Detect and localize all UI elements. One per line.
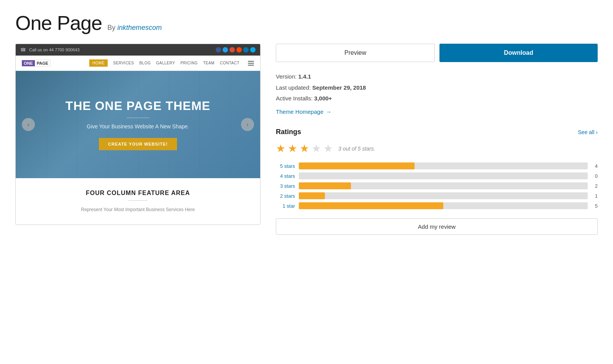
logo-page: PAGE <box>35 60 51 67</box>
theme-navbar: ONE PAGE HOME SERVICES BLOG GALLERY PRIC… <box>16 56 260 71</box>
hamburger-icon <box>248 61 254 66</box>
version-label: Version: <box>276 73 297 80</box>
hero-subtitle: Give Your Business Website A New Shape. <box>66 123 210 130</box>
updated-value: September 29, 2018 <box>312 84 366 91</box>
social-icon-rd <box>236 47 242 52</box>
nav-link-contact: CONTACT <box>220 61 239 65</box>
see-all-arrow: › <box>596 129 598 135</box>
theme-nav-links: HOME SERVICES BLOG GALLERY PRICING TEAM … <box>89 59 254 67</box>
bar-track-2 <box>299 192 588 199</box>
nav-link-home: HOME <box>89 59 108 67</box>
bar-track-5 <box>299 162 588 169</box>
bar-label-5[interactable]: 5 stars <box>276 163 295 169</box>
theme-title: One Page <box>15 11 102 34</box>
author-link[interactable]: inkthemescom <box>117 24 162 31</box>
bar-count-3: 2 <box>592 183 598 189</box>
social-icons-bar <box>216 47 256 52</box>
page-header: One Page By inkthemescom <box>15 11 598 34</box>
bar-track-4 <box>299 172 588 179</box>
bar-row-2: 2 stars 1 <box>276 192 598 199</box>
add-review-button[interactable]: Add my review <box>276 218 598 235</box>
hero-content: THE ONE PAGE THEME Give Your Business We… <box>66 99 210 150</box>
bar-fill-2 <box>299 192 325 199</box>
updated-row: Last updated: September 29, 2018 <box>276 82 598 93</box>
nav-link-blog: BLOG <box>139 61 151 65</box>
installs-value: 3,000+ <box>314 95 332 102</box>
bar-row-5: 5 stars 4 <box>276 162 598 169</box>
social-icon-fb <box>216 47 221 52</box>
feature-title: FOUR COLUMN FEATURE AREA <box>23 190 252 197</box>
star-4: ★ <box>311 142 321 155</box>
social-icon-tw2 <box>250 47 256 52</box>
logo-one: ONE <box>22 60 35 66</box>
nav-link-team: TEAM <box>203 61 215 65</box>
feature-divider <box>128 200 148 201</box>
bar-count-1: 5 <box>592 203 598 209</box>
bar-count-4: 0 <box>592 173 598 179</box>
browser-bar: ☎ Call us on 44 7700 900643 <box>16 44 260 56</box>
homepage-label: Theme Homepage <box>276 107 323 118</box>
bar-row-3: 3 stars 2 <box>276 182 598 189</box>
theme-feature-section: FOUR COLUMN FEATURE AREA Represent Your … <box>16 178 260 225</box>
theme-logo: ONE PAGE <box>22 60 51 67</box>
theme-info-panel: Preview Download Version: 1.4.1 Last upd… <box>276 44 598 235</box>
hero-divider <box>126 118 149 118</box>
homepage-row: Theme Homepage → <box>276 107 598 118</box>
social-icon-tw <box>223 47 228 52</box>
bar-label-1[interactable]: 1 star <box>276 203 295 209</box>
installs-row: Active Installs: 3,000+ <box>276 93 598 104</box>
bar-fill-3 <box>299 182 351 189</box>
bar-count-2: 1 <box>592 193 598 199</box>
version-row: Version: 1.4.1 <box>276 71 598 82</box>
see-all-label: See all <box>578 129 595 135</box>
hero-cta-button[interactable]: CREATE YOUR WEBSITE! <box>99 138 177 150</box>
bar-label-3[interactable]: 3 stars <box>276 183 295 189</box>
preview-button[interactable]: Preview <box>276 44 435 62</box>
ratings-section: Ratings See all › ★ ★ ★ ★ ★ 3 out of 5 s… <box>276 128 598 235</box>
social-icon-gp <box>229 47 235 52</box>
nav-link-services: SERVICES <box>113 61 134 65</box>
rating-bars: 5 stars 4 4 stars 0 3 stars <box>276 162 598 209</box>
bar-count-5: 4 <box>592 163 598 169</box>
bar-fill-5 <box>299 162 415 169</box>
theme-by-text: By inkthemescom <box>107 24 162 32</box>
bar-label-2[interactable]: 2 stars <box>276 193 295 199</box>
rating-score-text: 3 out of 5 stars. <box>338 146 375 152</box>
download-button[interactable]: Download <box>439 44 598 62</box>
social-icon-li <box>243 47 249 52</box>
see-all-link[interactable]: See all › <box>578 129 598 135</box>
ratings-title: Ratings <box>276 128 301 136</box>
installs-label: Active Installs: <box>276 95 313 102</box>
bar-track-3 <box>299 182 588 189</box>
star-5: ★ <box>323 142 333 155</box>
theme-preview-panel: ☎ Call us on 44 7700 900643 ONE PAGE HOM… <box>15 44 261 225</box>
theme-hero: ‹ THE ONE PAGE THEME Give Your Business … <box>16 71 260 178</box>
main-content: ☎ Call us on 44 7700 900643 ONE PAGE HOM… <box>15 44 598 235</box>
hero-title: THE ONE PAGE THEME <box>66 99 210 113</box>
version-value: 1.4.1 <box>298 73 311 80</box>
phone-icon: ☎ <box>20 47 26 52</box>
stars-row: ★ ★ ★ ★ ★ 3 out of 5 stars. <box>276 142 598 155</box>
ratings-header: Ratings See all › <box>276 128 598 136</box>
bar-row-1: 1 star 5 <box>276 202 598 209</box>
updated-label: Last updated: <box>276 84 311 91</box>
nav-link-pricing: PRICING <box>180 61 198 65</box>
bar-track-1 <box>299 202 588 209</box>
homepage-arrow: → <box>326 107 331 118</box>
meta-info: Version: 1.4.1 Last updated: September 2… <box>276 71 598 117</box>
hero-arrow-right[interactable]: › <box>241 118 254 131</box>
browser-bar-text: Call us on 44 7700 900643 <box>29 48 80 52</box>
nav-link-gallery: GALLERY <box>156 61 175 65</box>
feature-subtitle: Represent Your Most Important Business S… <box>23 206 252 213</box>
action-buttons: Preview Download <box>276 44 598 62</box>
star-2: ★ <box>288 142 297 155</box>
star-1: ★ <box>276 142 285 155</box>
bar-label-4[interactable]: 4 stars <box>276 173 295 179</box>
star-3: ★ <box>300 142 309 155</box>
hero-arrow-left[interactable]: ‹ <box>22 118 35 131</box>
theme-homepage-link[interactable]: Theme Homepage → <box>276 107 331 118</box>
bar-row-4: 4 stars 0 <box>276 172 598 179</box>
bar-fill-1 <box>299 202 443 209</box>
